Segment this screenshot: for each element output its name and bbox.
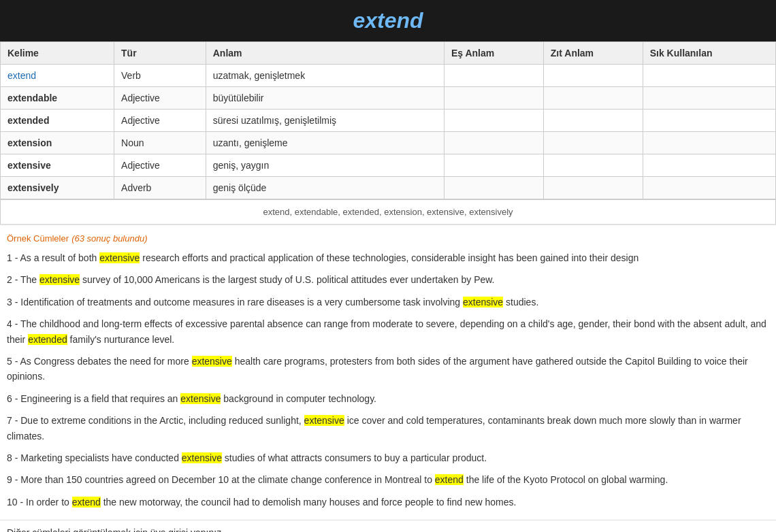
example-count: (63 sonuç bulundu): [71, 233, 147, 244]
sentence-text-before: - Engineering is a field that requires a…: [15, 393, 181, 404]
cell-meaning: geniş ölçüde: [206, 177, 444, 199]
sentence-highlight: extend: [435, 474, 464, 485]
cell-word[interactable]: extend: [1, 65, 114, 87]
list-item: 2 - The extensive survey of 10,000 Ameri…: [7, 272, 769, 287]
cell-type: Adjective: [114, 154, 206, 177]
sentence-number: 3: [7, 297, 15, 307]
sentence-text-before: - As a result of both: [15, 252, 100, 263]
sentence-text-before: - In order to: [20, 497, 71, 508]
footer-note: Diğer cümleleri görüntülemek için üye gi…: [0, 520, 776, 532]
sentence-text-after: family's nurturance level.: [67, 334, 175, 345]
cell-synonym: [444, 87, 543, 110]
sentence-number: 5: [7, 356, 15, 367]
table-row: extensionNounuzantı, genişleme: [1, 132, 776, 154]
col-kelime: Kelime: [1, 42, 114, 65]
sentence-highlight: extended: [28, 334, 67, 345]
cell-synonym: [444, 132, 543, 154]
sentence-number: 2: [7, 274, 15, 285]
example-title: Örnek Cümleler (63 sonuç bulundu): [7, 232, 769, 244]
sentence-highlight: extensive: [39, 274, 80, 285]
page-header: extend: [0, 0, 776, 41]
cell-word: extensive: [1, 154, 114, 177]
cell-word: extension: [1, 132, 114, 154]
cell-meaning: geniş, yaygın: [206, 154, 444, 177]
sentence-number: 9: [7, 474, 15, 485]
list-item: 10 - In order to extend the new motorway…: [7, 495, 769, 510]
sentence-number: 1: [7, 252, 15, 263]
sentence-text-before: - The: [15, 274, 39, 285]
cell-synonym: [444, 65, 543, 87]
list-item: 7 - Due to extreme conditions in the Arc…: [7, 413, 769, 444]
sentence-text-after: background in computer technology.: [221, 393, 376, 404]
list-item: 1 - As a result of both extensive resear…: [7, 250, 769, 265]
cell-antonym: [543, 177, 643, 199]
sentence-text-after: studies of what attracts consumers to bu…: [222, 452, 487, 463]
sentence-number: 7: [7, 415, 15, 426]
example-section: Örnek Cümleler (63 sonuç bulundu) 1 - As…: [0, 224, 776, 510]
sentence-number: 4: [7, 318, 15, 329]
list-item: 4 - The childhood and long-term effects …: [7, 316, 769, 347]
sentence-highlight: extensive: [463, 297, 503, 307]
sentence-text-before: - Marketing specialists have conducted: [15, 452, 182, 463]
sentences-container: 1 - As a result of both extensive resear…: [7, 250, 769, 510]
cell-common: [643, 132, 775, 154]
sentence-text-after: survey of 10,000 Americans is the larges…: [80, 274, 494, 285]
table-row: extendedAdjectivesüresi uzatılmış, geniş…: [1, 110, 776, 132]
cell-word: extensively: [1, 177, 114, 199]
cell-antonym: [543, 154, 643, 177]
sentence-text-after: the new motorway, the council had to dem…: [101, 497, 517, 508]
cell-word: extended: [1, 110, 114, 132]
col-sik-kullanilan: Sık Kullanılan: [643, 42, 775, 65]
main-title: extend: [0, 8, 776, 33]
word-table: Kelime Tür Anlam Eş Anlam Zıt Anlam Sık …: [0, 41, 776, 199]
cell-type: Noun: [114, 132, 206, 154]
table-row: extensivelyAdverbgeniş ölçüde: [1, 177, 776, 199]
cell-common: [643, 110, 775, 132]
sentence-text-before: - As Congress debates the need for more: [15, 356, 192, 367]
col-es-anlam: Eş Anlam: [444, 42, 543, 65]
list-item: 5 - As Congress debates the need for mor…: [7, 354, 769, 384]
sentence-text-after: the life of the Kyoto Protocol on global…: [464, 474, 668, 485]
cell-word: extendable: [1, 87, 114, 110]
sentence-text-after: studies.: [503, 297, 538, 307]
cell-common: [643, 65, 775, 87]
sentence-text-after: research efforts and practical applicati…: [140, 252, 638, 263]
cell-meaning: uzantı, genişleme: [206, 132, 444, 154]
col-zit-anlam: Zıt Anlam: [543, 42, 643, 65]
cell-meaning: süresi uzatılmış, genişletilmiş: [206, 110, 444, 132]
cell-type: Adjective: [114, 87, 206, 110]
related-words: extend, extendable, extended, extension,…: [0, 199, 776, 224]
sentence-text-before: - More than 150 countries agreed on Dece…: [15, 474, 435, 485]
sentence-highlight: extensive: [182, 452, 222, 463]
sentence-highlight: extensive: [180, 393, 221, 404]
col-anlam: Anlam: [206, 42, 444, 65]
cell-antonym: [543, 87, 643, 110]
cell-antonym: [543, 132, 643, 154]
sentence-number: 10: [7, 497, 20, 508]
cell-synonym: [444, 177, 543, 199]
sentence-text-before: - Due to extreme conditions in the Arcti…: [15, 415, 304, 426]
example-title-text: Örnek Cümleler: [7, 233, 69, 244]
cell-type: Verb: [114, 65, 206, 87]
cell-synonym: [444, 154, 543, 177]
list-item: 8 - Marketing specialists have conducted…: [7, 450, 769, 465]
cell-meaning: uzatmak, genişletmek: [206, 65, 444, 87]
cell-synonym: [444, 110, 543, 132]
cell-common: [643, 177, 775, 199]
cell-type: Adjective: [114, 110, 206, 132]
table-row: extendVerbuzatmak, genişletmek: [1, 65, 776, 87]
list-item: 6 - Engineering is a field that requires…: [7, 391, 769, 406]
sentence-highlight: extensive: [304, 415, 344, 426]
cell-type: Adverb: [114, 177, 206, 199]
cell-antonym: [543, 65, 643, 87]
sentence-highlight: extensive: [99, 252, 140, 263]
sentence-number: 8: [7, 452, 15, 463]
table-row: extendableAdjectivebüyütülebilir: [1, 87, 776, 110]
col-tur: Tür: [114, 42, 206, 65]
sentence-highlight: extend: [72, 497, 101, 508]
table-header-row: Kelime Tür Anlam Eş Anlam Zıt Anlam Sık …: [1, 42, 776, 65]
cell-antonym: [543, 110, 643, 132]
cell-meaning: büyütülebilir: [206, 87, 444, 110]
sentence-number: 6: [7, 393, 15, 404]
word-link[interactable]: extend: [7, 70, 36, 81]
